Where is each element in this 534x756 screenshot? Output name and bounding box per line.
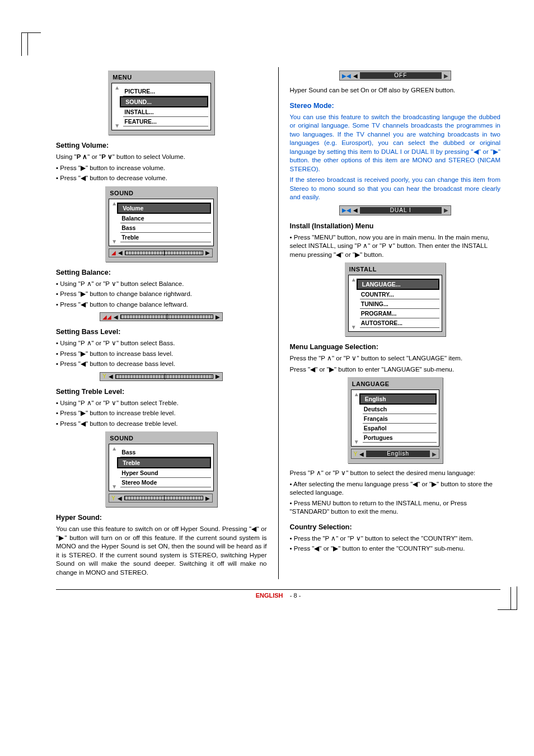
text: " button to select Volume. bbox=[113, 153, 185, 160]
setting-treble-heading: Setting Treble Level: bbox=[56, 388, 267, 396]
scroll-down-icon: ▼ bbox=[111, 238, 117, 245]
volume-select-line: Using "P ∧" or "P ∨" button to select Vo… bbox=[56, 153, 267, 162]
dual-value-bar: ▶◀ ◀ DUAL I ▶ bbox=[339, 205, 451, 215]
menu-item: Balance bbox=[120, 214, 211, 223]
country-selection-heading: Country Selection: bbox=[290, 523, 501, 531]
menu-item: Bass bbox=[120, 448, 211, 457]
language-value: English bbox=[366, 450, 429, 457]
menu-item: COUNTRY... bbox=[360, 290, 439, 299]
hyper-sound-paragraph: You can use this feature to switch on or… bbox=[56, 525, 267, 577]
menu-lang-p2: Press "◀" or "▶" button to enter "LANGUA… bbox=[290, 365, 501, 374]
menu-item: AUTOSTORE... bbox=[360, 318, 439, 328]
menu-item-selected: SOUND... bbox=[120, 96, 208, 107]
menu-item: Deutsch bbox=[363, 405, 437, 414]
menu-item: PROGRAM... bbox=[360, 309, 439, 318]
scroll-down-icon: ▼ bbox=[114, 123, 120, 129]
sound-figure-2-title: SOUND bbox=[109, 434, 214, 444]
menu-item-selected: LANGUAGE... bbox=[357, 279, 439, 290]
footer-language: ENGLISH bbox=[256, 592, 283, 599]
left-column: MENU ▲ PICTURE... SOUND... INSTALL... FE… bbox=[56, 67, 267, 579]
sound-figure-2: SOUND ▲ Bass Treble Hyper Sound Stereo M… bbox=[105, 431, 217, 507]
text: Using " bbox=[56, 153, 77, 160]
treble-select-bullet: Using "P ∧" or "P ∨" button select Trebl… bbox=[56, 399, 267, 408]
hyper-sound-note: Hyper Sound can be set On or Off also by… bbox=[290, 86, 501, 95]
scroll-up-icon: ▲ bbox=[111, 445, 117, 452]
text: " or " bbox=[87, 153, 101, 160]
scroll-up-icon: ▲ bbox=[114, 84, 120, 91]
footer: ENGLISH - 8 - bbox=[56, 589, 500, 599]
volume-slider-bar: ◢ ◀ ▶ bbox=[109, 248, 213, 257]
balance-left-bullet: Press "◀" button to change balance leftw… bbox=[56, 300, 267, 309]
sound-figure-title: SOUND bbox=[109, 189, 214, 199]
sound-figure: SOUND ▲ Volume Balance Bass Treble ▼ ◢ ◀ bbox=[105, 186, 217, 262]
menu-item: Stereo Mode bbox=[120, 478, 211, 487]
treble-decrease-bullet: Press "◀" button to decrease treble leve… bbox=[56, 420, 267, 429]
menu-item: Treble bbox=[120, 233, 211, 242]
treble-slider-bar: Y ◀ ▶ bbox=[109, 494, 213, 503]
menu-language-heading: Menu Language Selection: bbox=[290, 343, 501, 351]
crop-mark-top-left bbox=[21, 32, 41, 56]
column-separator bbox=[278, 67, 279, 579]
volume-increase-bullet: Press "▶" button to increase volume. bbox=[56, 164, 267, 173]
setting-balance-heading: Setting Balance: bbox=[56, 269, 267, 276]
menu-item-selected: Treble bbox=[117, 457, 211, 468]
lang-after-b1: After selecting the menu language press … bbox=[290, 480, 501, 497]
balance-select-bullet: Using "P ∧" or "P ∨" button select Balan… bbox=[56, 280, 267, 289]
install-heading: Install (Installation) Menu bbox=[290, 222, 501, 230]
lang-after-b2: Press MENU button to return to the INSTA… bbox=[290, 499, 501, 516]
scroll-up-icon: ▲ bbox=[111, 200, 117, 206]
language-figure-title: LANGUAGE bbox=[351, 379, 439, 389]
menu-figure: MENU ▲ PICTURE... SOUND... INSTALL... FE… bbox=[108, 71, 214, 135]
scroll-up-icon: ▲ bbox=[354, 391, 359, 397]
bass-select-bullet: Using "P ∧" or "P ∨" button select Bass. bbox=[56, 339, 267, 348]
scroll-down-icon: ▼ bbox=[111, 483, 117, 490]
language-figure: LANGUAGE ▲ English Deutsch Français Espa… bbox=[348, 377, 443, 463]
stereo-mode-heading: Stereo Mode: bbox=[290, 102, 501, 110]
menu-item: Hyper Sound bbox=[120, 468, 211, 478]
menu-item-selected: Volume bbox=[117, 203, 211, 214]
stereo-mode-p2: If the stereo broadcast is received poor… bbox=[290, 176, 501, 202]
menu-item: FEATURE... bbox=[123, 117, 208, 126]
menu-lang-p1: Press the "P ∧" or "P ∨" button to selec… bbox=[290, 354, 501, 363]
country-b1: Press the "P ∧" or "P ∨" button to selec… bbox=[290, 534, 501, 543]
off-value-bar: ▶◀ ◀ OFF ▶ bbox=[339, 71, 451, 81]
scroll-down-icon: ▼ bbox=[351, 324, 357, 330]
footer-page: - 8 - bbox=[290, 592, 301, 599]
balance-slider-bar: ◢◢ ◀ ▶ bbox=[100, 312, 223, 321]
menu-item: Bass bbox=[120, 223, 211, 233]
crop-mark-bottom-right bbox=[498, 586, 517, 610]
install-figure-title: INSTALL bbox=[348, 265, 442, 275]
setting-volume-heading: Setting Volume: bbox=[56, 142, 267, 149]
bass-increase-bullet: Press "▶" button to increase bass level. bbox=[56, 350, 267, 359]
scroll-down-icon: ▼ bbox=[354, 439, 359, 445]
lang-after-p1: Press "P ∧" or "P ∨" button to select th… bbox=[290, 469, 501, 478]
treble-increase-bullet: Press "▶" button to increase treble leve… bbox=[56, 409, 267, 418]
menu-item-selected: English bbox=[359, 393, 437, 405]
menu-item: TUNING... bbox=[360, 299, 439, 309]
menu-item: Portugues bbox=[363, 433, 437, 443]
menu-item: Français bbox=[363, 414, 437, 424]
install-bullet: Press "MENU" button, now you are in main… bbox=[290, 233, 501, 260]
menu-item: INSTALL... bbox=[123, 107, 208, 117]
volume-decrease-bullet: Press "◀" button to decrease volume. bbox=[56, 174, 267, 183]
install-figure: INSTALL ▲ LANGUAGE... COUNTRY... TUNING.… bbox=[345, 262, 446, 336]
menu-figure-title: MENU bbox=[111, 73, 211, 83]
balance-right-bullet: Press "▶" button to change balance right… bbox=[56, 290, 267, 299]
bass-decrease-bullet: Press "◀" button to decrease bass level. bbox=[56, 360, 267, 369]
bass-slider-bar: Y ◀ ▶ bbox=[100, 372, 223, 381]
setting-bass-heading: Setting Bass Level: bbox=[56, 328, 267, 336]
stereo-mode-p1: You can use this feature to switch the b… bbox=[290, 113, 501, 174]
dual-value: DUAL I bbox=[360, 207, 442, 214]
right-column: ▶◀ ◀ OFF ▶ Hyper Sound can be set On or … bbox=[290, 67, 501, 579]
language-value-bar: Y ◀ English ▶ bbox=[351, 449, 439, 459]
hyper-sound-heading: Hyper Sound: bbox=[56, 514, 267, 522]
menu-item: Español bbox=[363, 424, 437, 433]
scroll-up-icon: ▲ bbox=[351, 276, 357, 283]
country-b2: Press "◀" or "▶" button to enter the "CO… bbox=[290, 544, 501, 553]
menu-item: PICTURE... bbox=[123, 87, 208, 96]
off-value: OFF bbox=[360, 72, 442, 79]
